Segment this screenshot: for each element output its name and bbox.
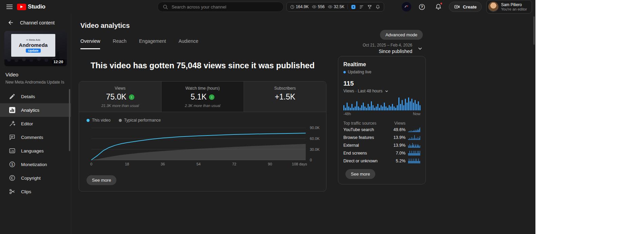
notifications-button[interactable]: [432, 1, 444, 13]
search-input[interactable]: [172, 4, 279, 10]
hamburger-icon: [6, 4, 13, 9]
legend-label: Typical performance: [124, 118, 161, 123]
tab-overview[interactable]: Overview: [80, 38, 100, 49]
pill-divider: [347, 4, 348, 9]
traffic-source-label: YouTube search: [343, 127, 388, 132]
traffic-row: Direct or unknown 5.2%: [343, 157, 420, 165]
svg-text:90: 90: [268, 162, 272, 166]
advanced-mode-button[interactable]: Advanced mode: [380, 30, 423, 40]
sidebar-item-details[interactable]: Details: [0, 90, 71, 103]
svg-text:72: 72: [232, 162, 236, 166]
svg-text:0: 0: [90, 162, 92, 166]
thumb-line-2: Andromeda: [19, 42, 48, 48]
search-bar[interactable]: [157, 2, 284, 12]
sidebar-item-label: Copyright: [21, 176, 41, 181]
realtime-live-status: Updating live: [343, 70, 420, 74]
back-label: Channel content: [20, 20, 55, 25]
video-thumbnail[interactable]: ∞ Meta Ads Andromeda Update 12:20: [4, 31, 67, 66]
svg-text:18: 18: [125, 162, 129, 166]
metric-views[interactable]: Views 75.0K↑ 21.3K more than usual: [79, 82, 162, 112]
svg-text:108 days: 108 days: [292, 162, 307, 166]
legend-typical-performance[interactable]: Typical performance: [119, 118, 161, 123]
traffic-sparkline: [408, 151, 420, 156]
sidebar-item-copyright[interactable]: Copyright: [0, 171, 71, 185]
watchtime-stat: 164.9K: [290, 4, 309, 9]
sidebar-item-comments[interactable]: Comments: [0, 130, 71, 144]
traffic-source-label: End screens: [343, 151, 388, 156]
sidebar-item-analytics[interactable]: Analytics: [0, 103, 71, 117]
copyright-icon: [9, 175, 16, 181]
metric-watch-time[interactable]: Watch time (hours) 5.1K↑ 2.3K more than …: [162, 82, 244, 112]
studio-logo-text: Studio: [28, 3, 45, 10]
search-icon: [163, 4, 168, 10]
metric-label: Watch time (hours): [162, 86, 244, 91]
analytics-chart-card: Views 75.0K↑ 21.3K more than usual Watch…: [79, 81, 326, 192]
main-content: Video analytics Advanced mode Overview R…: [71, 14, 535, 234]
boost-icon[interactable]: [351, 4, 356, 10]
realtime-views-label: Views · Last 48 hours: [343, 89, 382, 93]
metric-label: Subscribers: [244, 86, 326, 91]
tab-reach[interactable]: Reach: [113, 38, 126, 49]
impressions-stat: 32.5K: [328, 4, 344, 9]
sidebar-item-editor[interactable]: Editor: [0, 117, 71, 130]
traffic-sparkline: [408, 159, 420, 163]
extension-avatar-icon: [404, 4, 409, 10]
topbar: Studio 164.9K 556 32.5K: [0, 0, 535, 14]
date-range-text: Oct 21, 2025 – Feb 4, 2026: [363, 43, 412, 48]
rank-list-icon[interactable]: [359, 4, 364, 10]
tab-engagement[interactable]: Engagement: [139, 38, 166, 49]
sidebar-scrollbar[interactable]: [69, 89, 70, 151]
chevron-down-icon: [384, 89, 389, 93]
realtime-title: Realtime: [343, 61, 420, 68]
live-label: Updating live: [348, 70, 371, 74]
views-headline: This video has gotten 75,048 views since…: [79, 61, 326, 70]
tab-audience[interactable]: Audience: [178, 38, 198, 49]
traffic-source-value: 13.9%: [391, 143, 405, 148]
chevron-down-icon: [417, 46, 423, 52]
sidebar-item-monetization[interactable]: $ Monetization: [0, 158, 71, 171]
traffic-table-header: Top traffic sources Views: [343, 121, 420, 126]
video-type-label: Video: [5, 72, 65, 77]
wand-icon: [9, 120, 16, 127]
create-button[interactable]: Create: [449, 2, 481, 12]
alerts-bell-icon[interactable]: [375, 4, 380, 10]
metric-subscribers[interactable]: Subscribers +1.5K: [244, 82, 326, 112]
traffic-col-views: Views: [391, 121, 405, 126]
user-name: Sam Piliero: [501, 2, 527, 7]
sidebar-item-label: Analytics: [21, 108, 39, 113]
help-button[interactable]: ?: [416, 1, 428, 13]
user-role: You're an editor: [501, 7, 527, 12]
hamburger-menu-button[interactable]: [3, 1, 16, 13]
traffic-row: YouTube search 49.6%: [343, 126, 420, 133]
page-scrollbar[interactable]: [533, 16, 535, 45]
scissors-icon: [9, 188, 16, 195]
sidebar-item-label: Clips: [21, 189, 31, 194]
realtime-see-more-button[interactable]: See more: [345, 169, 375, 179]
traffic-source-label: Direct or unknown: [343, 159, 388, 163]
date-mode-text: Since published: [363, 49, 412, 54]
extension-avatar[interactable]: [402, 2, 411, 12]
youtube-studio-window: Studio 164.9K 556 32.5K: [0, 0, 535, 234]
back-to-channel-content[interactable]: Channel content: [0, 14, 71, 30]
trend-up-icon: ↑: [209, 94, 214, 100]
traffic-col-source: Top traffic sources: [343, 121, 388, 126]
trophy-icon[interactable]: [367, 4, 372, 10]
create-label: Create: [463, 4, 476, 10]
see-more-button[interactable]: See more: [87, 175, 116, 185]
studio-logo[interactable]: Studio: [17, 3, 45, 10]
eye-icon: [312, 4, 317, 9]
video-duration-badge: 12:20: [52, 59, 65, 64]
svg-text:36: 36: [161, 162, 165, 166]
legend-this-video[interactable]: This video: [87, 118, 111, 123]
sidebar-item-clips[interactable]: Clips: [0, 185, 71, 198]
views-chart-svg: 030.0K60.0K90.0K01836547290108 days: [84, 125, 322, 171]
create-video-icon: [454, 4, 460, 10]
traffic-sparkline: [408, 127, 420, 132]
sidebar-item-languages[interactable]: Languages: [0, 144, 71, 158]
traffic-row: External 13.9%: [343, 141, 420, 149]
account-card[interactable]: Sam Piliero You're an editor: [486, 0, 532, 14]
realtime-views-selector[interactable]: Views · Last 48 hours: [343, 89, 420, 93]
metric-note: 2.3K more than usual: [162, 104, 244, 108]
date-range-selector[interactable]: Oct 21, 2025 – Feb 4, 2026 Since publish…: [363, 43, 423, 54]
realtime-bars-svg: [343, 97, 421, 110]
